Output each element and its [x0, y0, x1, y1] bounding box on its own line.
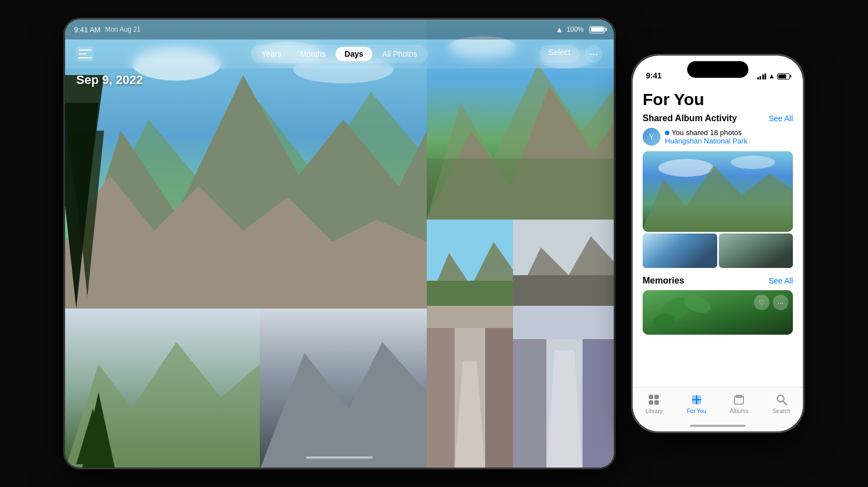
photo-middle-right-bottom[interactable] — [513, 220, 614, 306]
home-indicator — [690, 425, 746, 427]
toolbar-right: Select ··· — [540, 45, 603, 63]
for-you-icon — [690, 393, 703, 406]
library-icon — [647, 393, 660, 406]
tab-search[interactable]: Search — [761, 393, 803, 414]
svg-point-57 — [777, 395, 784, 402]
ipad-status-bar: 9:41 AM Mon Aug 21 ▲ 100% — [65, 19, 614, 39]
toggle-line-2 — [78, 53, 86, 54]
iphone-content: For You Shared Album Activity See All Y … — [633, 83, 803, 398]
svg-rect-30 — [485, 306, 513, 468]
iphone-wifi-icon: ▲ — [768, 72, 775, 80]
iphone-time: 9:41 — [646, 71, 662, 80]
photo-bottom-right-right[interactable] — [513, 306, 614, 468]
photo-bottom-left[interactable] — [65, 309, 260, 468]
chevron-right-icon: › — [748, 138, 751, 145]
ipad-time: 9:41 AM — [74, 26, 101, 34]
dynamic-island — [687, 61, 748, 78]
svg-point-40 — [731, 156, 775, 169]
memory-more-button[interactable]: ··· — [773, 295, 788, 310]
ipad-date: Mon Aug 21 — [105, 26, 141, 33]
svg-rect-47 — [654, 395, 659, 399]
search-icon — [775, 393, 788, 406]
tab-library-label: Library — [645, 408, 663, 414]
signal-bars — [757, 73, 767, 79]
tab-years[interactable]: Years — [253, 47, 290, 61]
memories-title: Memories — [643, 276, 684, 286]
tab-for-you-label: For You — [687, 408, 706, 414]
svg-line-58 — [783, 401, 787, 405]
ipad-device: 9:41 AM Mon Aug 21 ▲ 100% Years Months D… — [64, 18, 615, 469]
svg-rect-29 — [427, 306, 455, 468]
svg-rect-18 — [427, 281, 513, 306]
svg-rect-37 — [513, 306, 614, 339]
shared-album-title: Shared Album Activity — [643, 113, 737, 123]
signal-bar-3 — [762, 74, 764, 79]
svg-rect-51 — [692, 395, 696, 399]
svg-rect-32 — [427, 306, 513, 328]
signal-bar-2 — [760, 76, 761, 79]
ipad-date-label: Sep 9, 2022 — [76, 73, 143, 87]
scroll-indicator — [306, 456, 373, 459]
memories-section-header: Memories See All — [633, 276, 803, 286]
photo-thumb-1[interactable] — [643, 233, 717, 268]
shared-album-section-header: Shared Album Activity See All — [633, 113, 803, 123]
svg-point-39 — [658, 159, 714, 177]
album-name[interactable]: Huangshan National Park › — [665, 137, 793, 145]
photo-bottom-right-left[interactable] — [427, 306, 513, 468]
ipad-screen: 9:41 AM Mon Aug 21 ▲ 100% Years Months D… — [65, 19, 614, 468]
sidebar-toggle-button[interactable] — [76, 46, 94, 62]
view-tabs: Years Months Days All Photos — [251, 45, 428, 63]
memories-see-all[interactable]: See All — [768, 276, 793, 285]
tab-library[interactable]: Library — [633, 393, 675, 414]
avatar: Y — [643, 128, 660, 146]
ipad-toolbar: Years Months Days All Photos Select ··· — [65, 39, 614, 68]
photo-thumb-2[interactable] — [719, 233, 793, 268]
signal-bar-4 — [765, 73, 766, 79]
signal-bar-1 — [757, 77, 759, 79]
photo-middle-right-top[interactable] — [427, 220, 513, 306]
select-button[interactable]: Select — [540, 45, 579, 63]
svg-rect-21 — [513, 275, 614, 306]
photo-strip[interactable] — [633, 151, 803, 268]
blue-dot — [665, 131, 669, 135]
tab-albums[interactable]: Albums — [718, 393, 761, 414]
shared-album-row[interactable]: Y You shared 18 photos Huangshan Nationa… — [633, 128, 803, 146]
toggle-line-3 — [78, 57, 92, 58]
album-who: You shared 18 photos — [665, 128, 793, 137]
iphone-battery — [777, 73, 790, 79]
photo-grid — [65, 19, 614, 468]
iphone-page-title: For You — [633, 83, 803, 113]
photo-strip-main[interactable] — [643, 151, 793, 232]
svg-rect-15 — [427, 158, 614, 220]
tab-all-photos[interactable]: All Photos — [373, 47, 426, 61]
tab-for-you[interactable]: For You — [675, 393, 718, 414]
photo-strip-row — [643, 233, 793, 268]
memory-card[interactable]: ♡ ··· — [643, 290, 793, 335]
tab-albums-label: Albums — [730, 408, 748, 414]
wifi-icon: ▲ — [555, 25, 563, 34]
svg-rect-46 — [649, 395, 653, 399]
iphone-status-right: ▲ — [757, 72, 790, 80]
svg-rect-53 — [692, 400, 696, 404]
tab-months[interactable]: Months — [291, 47, 334, 61]
shared-album-see-all[interactable]: See All — [768, 114, 793, 123]
memory-like-button[interactable]: ♡ — [754, 295, 770, 310]
memory-card-actions: ♡ ··· — [754, 295, 788, 310]
album-info: You shared 18 photos Huangshan National … — [665, 128, 793, 145]
photo-bottom-mid[interactable] — [260, 309, 427, 468]
ipad-status-right: ▲ 100% — [555, 25, 605, 34]
iphone-screen: 9:41 ▲ For You Shared Album Activity — [633, 56, 803, 431]
tab-days[interactable]: Days — [336, 47, 372, 61]
battery-fill — [591, 27, 604, 32]
svg-rect-49 — [654, 400, 659, 405]
battery-bar — [589, 26, 605, 33]
toggle-line-1 — [78, 49, 92, 51]
svg-rect-48 — [649, 400, 653, 405]
iphone-device: 9:41 ▲ For You Shared Album Activity — [632, 54, 804, 433]
svg-rect-54 — [697, 400, 701, 404]
more-button[interactable]: ··· — [585, 45, 603, 63]
svg-rect-52 — [697, 395, 701, 399]
iphone-battery-fill — [778, 74, 786, 78]
tab-search-label: Search — [773, 408, 791, 414]
albums-icon — [732, 393, 746, 406]
